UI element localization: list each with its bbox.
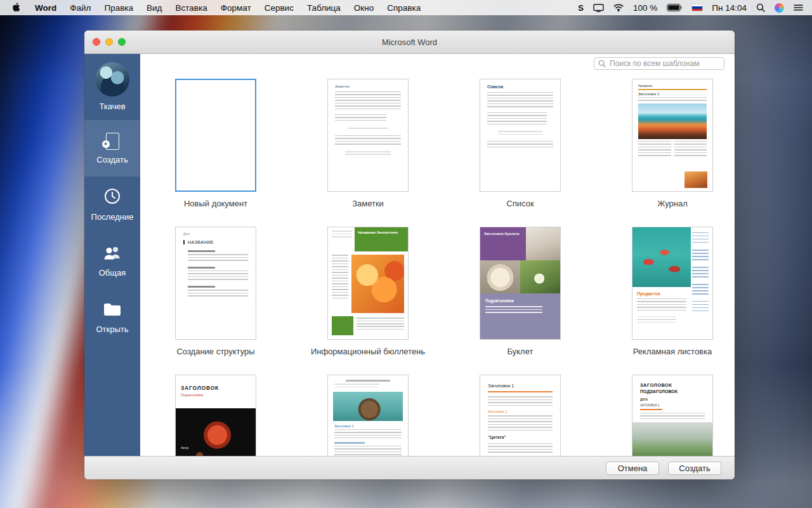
menu-item-window[interactable]: Окно <box>354 3 374 13</box>
preview-header: Название бюллетеня <box>328 227 408 251</box>
dialog-footer: Отмена Создать <box>84 456 735 479</box>
template-thumbnail[interactable]: Список <box>480 79 561 192</box>
preview-text-block <box>640 413 705 419</box>
sidebar-item-label: Последние <box>91 212 134 222</box>
template-caption: Информационный бюллетень <box>311 347 425 356</box>
template-card-booklet[interactable]: Заголовок буклета Подзаголовок <box>480 227 561 358</box>
window-title: Microsoft Word <box>382 37 437 47</box>
menu-bar-clock[interactable]: Пн 14:04 <box>712 3 747 13</box>
template-card-notes[interactable]: Заметки Заметки <box>327 79 409 210</box>
account-section[interactable]: Ткачев <box>84 54 140 120</box>
template-card-list[interactable]: Список Список <box>480 79 561 210</box>
template-caption: Новый документ <box>184 199 247 208</box>
template-thumbnail[interactable]: Заголовок 1 Заголовок 2 "Цитата" <box>480 375 561 456</box>
menu-bar-left: Word Файл Правка Вид Вставка Формат Серв… <box>13 2 421 14</box>
menu-item-help[interactable]: Справка <box>387 3 421 13</box>
sidebar-item-create[interactable]: + Создать <box>84 120 140 177</box>
menu-item-insert[interactable]: Вставка <box>176 3 207 13</box>
notification-center-icon[interactable] <box>794 4 803 11</box>
people-icon <box>102 245 122 263</box>
template-thumbnail[interactable]: Название бюллетеня <box>327 227 409 340</box>
template-thumbnail[interactable]: Дата НАЗВАНИЕ <box>175 227 256 340</box>
template-card-newsletter[interactable]: Название бюллетеня Информационны <box>327 227 409 358</box>
template-card-photo-report[interactable]: Заголовок 1 <box>327 375 409 456</box>
close-window-button[interactable] <box>93 38 100 46</box>
preview-columns <box>638 141 707 157</box>
app-menu-word[interactable]: Word <box>35 3 56 13</box>
template-thumbnail[interactable]: Название Заголовок 1 <box>632 79 713 192</box>
search-input[interactable] <box>594 57 724 70</box>
siri-icon[interactable] <box>775 3 784 13</box>
menu-item-table[interactable]: Таблица <box>307 3 341 13</box>
preview-text-block <box>348 128 388 131</box>
template-thumbnail[interactable]: Заголовок 1 <box>327 375 409 456</box>
template-card-journal[interactable]: Название Заголовок 1 Журнал <box>632 79 713 210</box>
preview-text-block <box>332 255 348 300</box>
template-thumbnail[interactable]: Заголовок буклета Подзаголовок <box>480 227 561 340</box>
preview-text-block <box>498 131 543 136</box>
sidebar-item-open[interactable]: Открыть <box>84 290 140 346</box>
menu-item-view[interactable]: Вид <box>147 3 162 13</box>
sidebar-item-shared[interactable]: Общая <box>84 233 140 290</box>
template-card-heading-doc[interactable]: Заголовок 1 Заголовок 2 "Цитата" <box>480 375 561 456</box>
menu-item-file[interactable]: Файл <box>70 3 91 13</box>
keyboard-layout-flag-icon[interactable] <box>692 4 702 11</box>
skype-status-icon[interactable]: S <box>578 3 584 13</box>
menu-item-format[interactable]: Формат <box>221 3 251 13</box>
preview-text-block <box>334 446 402 456</box>
preview-subtitle: ПОДЗАГОЛОВОК <box>640 389 705 394</box>
preview-text-block <box>357 318 404 331</box>
preview-text-block <box>692 267 709 279</box>
preview-text-block <box>332 231 352 239</box>
preview-text-block <box>487 112 547 125</box>
template-thumbnail[interactable] <box>175 79 256 192</box>
sidebar-item-recent[interactable]: Последние <box>84 177 140 233</box>
sidebar-item-label: Создать <box>96 155 128 164</box>
cancel-button[interactable]: Отмена <box>606 462 659 475</box>
template-card-title-dark[interactable]: ЗАГОЛОВОК Подзаголовок Автор <box>175 375 256 456</box>
preview-text-block <box>335 114 386 123</box>
preview-title: Название бюллетеня <box>355 227 408 251</box>
menu-item-edit[interactable]: Правка <box>104 3 133 13</box>
template-thumbnail[interactable]: Продается <box>632 227 713 340</box>
preview-photo <box>520 260 560 293</box>
user-avatar[interactable] <box>95 62 129 97</box>
apple-menu-icon[interactable] <box>13 2 22 14</box>
preview-text-block <box>487 92 553 109</box>
preview-title: Продается <box>637 291 686 296</box>
display-status-icon[interactable] <box>593 4 604 12</box>
menu-bar-status: S 100 % Пн 14:04 <box>578 3 803 13</box>
traffic-lights <box>93 30 126 53</box>
template-thumbnail[interactable]: ЗАГОЛОВОК ПОДЗАГОЛОВОК ДАТА ЗАГОЛОВОК 1 <box>632 375 713 456</box>
preview-outline-group <box>188 286 248 297</box>
preview-photo <box>351 255 404 313</box>
window-title-bar[interactable]: Microsoft Word <box>84 30 735 54</box>
template-thumbnail[interactable]: Заметки <box>327 79 409 192</box>
menu-item-tools[interactable]: Сервис <box>265 3 294 13</box>
minimize-window-button[interactable] <box>105 38 113 46</box>
preview-text-block <box>638 97 707 102</box>
create-button[interactable]: Создать <box>668 462 721 475</box>
template-card-title-subtitle[interactable]: ЗАГОЛОВОК ПОДЗАГОЛОВОК ДАТА ЗАГОЛОВОК 1 <box>632 375 713 456</box>
template-caption: Журнал <box>657 199 687 208</box>
preview-heading-line <box>346 380 391 382</box>
spotlight-search-icon[interactable] <box>756 3 765 12</box>
preview-row <box>480 260 560 293</box>
word-template-gallery-window: Microsoft Word Ткачев + Создать Последни… <box>84 30 735 479</box>
preview-title: Список <box>487 84 553 89</box>
template-card-outline[interactable]: Дата НАЗВАНИЕ <box>175 227 256 358</box>
preview-masthead <box>328 227 355 251</box>
preview-text-block <box>334 384 379 389</box>
template-card-flyer[interactable]: Продается <box>632 227 713 358</box>
template-card-new-document[interactable]: Новый документ <box>175 79 256 210</box>
zoom-window-button[interactable] <box>118 38 126 46</box>
battery-icon[interactable] <box>667 4 683 11</box>
preview-accent-rule <box>638 89 707 90</box>
template-thumbnail[interactable]: ЗАГОЛОВОК Подзаголовок Автор <box>175 375 256 456</box>
wifi-status-icon[interactable] <box>613 4 624 12</box>
template-caption: Буклет <box>508 347 534 356</box>
battery-percentage[interactable]: 100 % <box>633 3 657 13</box>
preview-subtitle-block: Подзаголовок <box>480 293 560 339</box>
preview-title: Заметки <box>335 84 401 88</box>
preview-title: НАЗВАНИЕ <box>183 240 248 244</box>
